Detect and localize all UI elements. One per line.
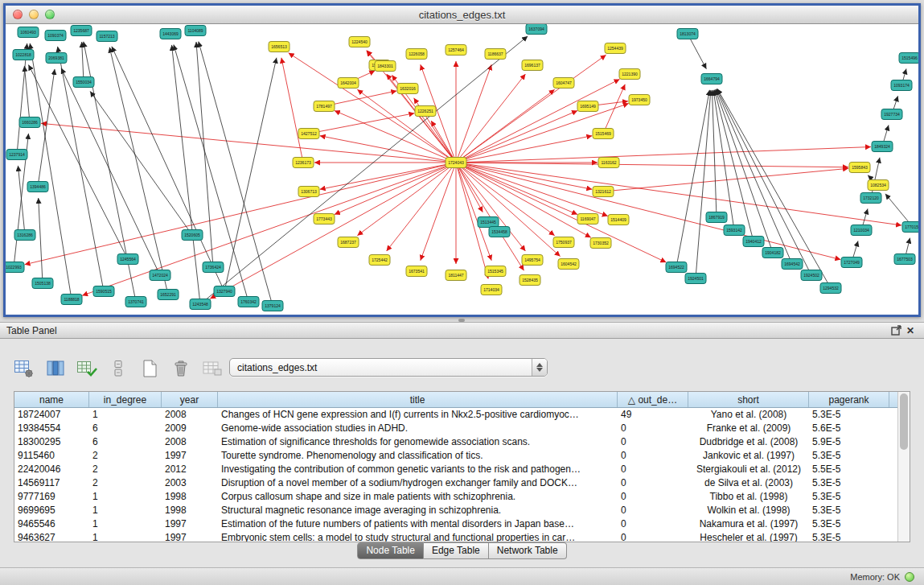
table-cell-name[interactable]: 9699695 bbox=[14, 504, 89, 517]
graph-node[interactable]: 1660286 bbox=[19, 117, 40, 128]
graph-node[interactable]: 1811447 bbox=[446, 270, 466, 281]
table-cell-in_degree[interactable]: 2 bbox=[89, 463, 162, 476]
table-row[interactable]: 1938455462009Genome-wide association stu… bbox=[14, 422, 897, 435]
column-header-pagerank[interactable]: pagerank bbox=[809, 392, 889, 407]
graph-node[interactable]: 1940412 bbox=[743, 237, 764, 247]
graph-edge[interactable] bbox=[713, 90, 717, 217]
graph-edge[interactable] bbox=[357, 163, 456, 236]
graph-node[interactable]: 1221390 bbox=[619, 69, 640, 80]
table-cell-in_degree[interactable]: 1 bbox=[89, 490, 162, 504]
table-cell-title[interactable]: Genome-wide association studies in ADHD. bbox=[218, 422, 618, 435]
graph-node[interactable]: 1163162 bbox=[598, 158, 619, 168]
graph-node[interactable]: 1694542 bbox=[782, 259, 803, 270]
graph-node[interactable]: 1904182 bbox=[762, 248, 783, 258]
table-cell-year[interactable]: 2003 bbox=[162, 476, 218, 490]
table-cell-out_degree[interactable]: 0 bbox=[618, 435, 688, 449]
graph-node[interactable]: 1730352 bbox=[590, 238, 611, 249]
graph-edge[interactable] bbox=[456, 147, 871, 163]
graph-node[interactable]: 1294532 bbox=[820, 283, 841, 294]
select-columns-button[interactable] bbox=[44, 357, 67, 380]
window-titlebar[interactable]: citations_edges.txt bbox=[6, 6, 918, 24]
table-cell-name[interactable]: 19384554 bbox=[14, 422, 89, 435]
table-cell-name[interactable]: 9115460 bbox=[14, 449, 89, 463]
graph-node[interactable]: 1254439 bbox=[605, 43, 626, 54]
graph-node[interactable]: 1186637 bbox=[485, 49, 506, 60]
graph-edge[interactable] bbox=[456, 163, 525, 251]
table-cell-title[interactable]: Estimation of significance thresholds fo… bbox=[218, 435, 618, 449]
graph-node[interactable]: 1760342 bbox=[238, 297, 259, 307]
graph-edge[interactable] bbox=[38, 69, 55, 187]
tab-network-table[interactable]: Network Table bbox=[489, 542, 567, 559]
graph-node[interactable]: 1813074 bbox=[677, 29, 698, 39]
graph-node[interactable]: 1188818 bbox=[61, 295, 82, 305]
table-cell-in_degree[interactable]: 6 bbox=[89, 422, 162, 435]
close-panel-button[interactable]: ✕ bbox=[903, 324, 918, 337]
graph-node[interactable]: 1257464 bbox=[446, 45, 466, 56]
column-header-out_degree[interactable]: △ out_de… bbox=[618, 392, 688, 407]
graph-edge[interactable] bbox=[320, 163, 456, 189]
graph-node[interactable]: 1725442 bbox=[369, 255, 390, 266]
table-cell-short[interactable]: Yano et al. (2008) bbox=[688, 408, 809, 422]
graph-node[interactable]: 1060493 bbox=[18, 27, 39, 38]
graph-node[interactable]: 1677503 bbox=[894, 254, 915, 265]
graph-node[interactable]: 1727049 bbox=[841, 257, 862, 268]
graph-edge[interactable] bbox=[24, 66, 30, 122]
graph-node[interactable]: 1673541 bbox=[406, 266, 427, 277]
graph-edge[interactable] bbox=[172, 45, 201, 304]
graph-node[interactable]: 1595843 bbox=[849, 163, 870, 173]
graph-node[interactable]: 1394486 bbox=[27, 182, 48, 192]
graph-node[interactable]: 1924501 bbox=[685, 274, 706, 284]
table-cell-name[interactable]: 14569117 bbox=[14, 476, 89, 490]
table-cell-name[interactable]: 18300295 bbox=[14, 435, 89, 449]
new-table-button[interactable] bbox=[138, 357, 161, 380]
graph-node[interactable]: 1770150 bbox=[902, 222, 918, 233]
graph-edge[interactable] bbox=[456, 79, 620, 163]
graph-node[interactable]: 1514409 bbox=[608, 215, 629, 225]
table-cell-year[interactable]: 1997 bbox=[162, 517, 218, 531]
graph-edge[interactable] bbox=[676, 90, 709, 267]
table-cell-pagerank[interactable]: 5.6E-5 bbox=[809, 422, 889, 435]
graph-node[interactable]: 1235687 bbox=[71, 26, 92, 36]
table-cell-pagerank[interactable]: 5.3E-5 bbox=[809, 476, 889, 490]
graph-edge[interactable] bbox=[456, 163, 848, 167]
table-cell-name[interactable]: 9463627 bbox=[14, 531, 89, 542]
table-cell-in_degree[interactable]: 1 bbox=[89, 517, 162, 531]
float-panel-button[interactable] bbox=[889, 324, 903, 337]
graph-node[interactable]: 1664794 bbox=[701, 74, 722, 84]
table-cell-pagerank[interactable]: 5.3E-5 bbox=[809, 504, 889, 517]
table-cell-out_degree[interactable]: 0 bbox=[618, 531, 688, 542]
column-header-year[interactable]: year bbox=[162, 392, 218, 407]
column-header-in_degree[interactable]: in_degree bbox=[89, 392, 162, 407]
table-cell-short[interactable]: Hescheler et al. (1997) bbox=[688, 531, 809, 542]
table-cell-short[interactable]: Dudbridge et al. (2008) bbox=[688, 435, 809, 449]
graph-node[interactable]: 1022818 bbox=[13, 50, 34, 60]
table-cell-out_degree[interactable]: 0 bbox=[618, 422, 688, 435]
graph-node[interactable]: 1642004 bbox=[338, 78, 359, 89]
graph-node[interactable]: 1515469 bbox=[593, 129, 614, 139]
graph-node[interactable]: 1245564 bbox=[117, 254, 138, 265]
graph-node[interactable]: 1867919 bbox=[706, 212, 727, 223]
table-cell-year[interactable]: 2008 bbox=[162, 408, 218, 422]
table-row[interactable]: 969969511998Structural magnetic resonanc… bbox=[14, 504, 897, 517]
table-cell-pagerank[interactable]: 5.5E-5 bbox=[809, 463, 889, 476]
graph-edge[interactable] bbox=[224, 58, 277, 291]
graph-edge[interactable] bbox=[456, 64, 491, 163]
graph-edge[interactable] bbox=[456, 163, 840, 260]
graph-node[interactable]: 1604747 bbox=[553, 78, 574, 89]
graph-node[interactable]: 1505138 bbox=[32, 278, 53, 289]
vertical-scrollbar[interactable] bbox=[897, 392, 910, 542]
table-cell-short[interactable]: de Silva et al. (2003) bbox=[688, 476, 809, 490]
column-header-short[interactable]: short bbox=[688, 392, 809, 407]
table-row[interactable]: 1830029562008Estimation of significance … bbox=[14, 435, 897, 449]
graph-edge[interactable] bbox=[871, 158, 880, 198]
graph-edge[interactable] bbox=[387, 163, 456, 251]
graph-node[interactable]: 1843301 bbox=[375, 61, 396, 72]
tab-node-table[interactable]: Node Table bbox=[357, 542, 424, 559]
graph-node[interactable]: 1520605 bbox=[182, 230, 203, 241]
table-cell-title[interactable]: Investigating the contribution of common… bbox=[218, 463, 618, 476]
graph-node[interactable]: 1924502 bbox=[801, 270, 822, 281]
graph-node[interactable]: 1593142 bbox=[724, 225, 745, 236]
table-cell-title[interactable]: Embryonic stem cells: a model to study s… bbox=[218, 531, 618, 542]
table-cell-short[interactable]: Jankovic et al. (1997) bbox=[688, 449, 809, 463]
graph-node[interactable]: 1590515 bbox=[93, 286, 114, 297]
